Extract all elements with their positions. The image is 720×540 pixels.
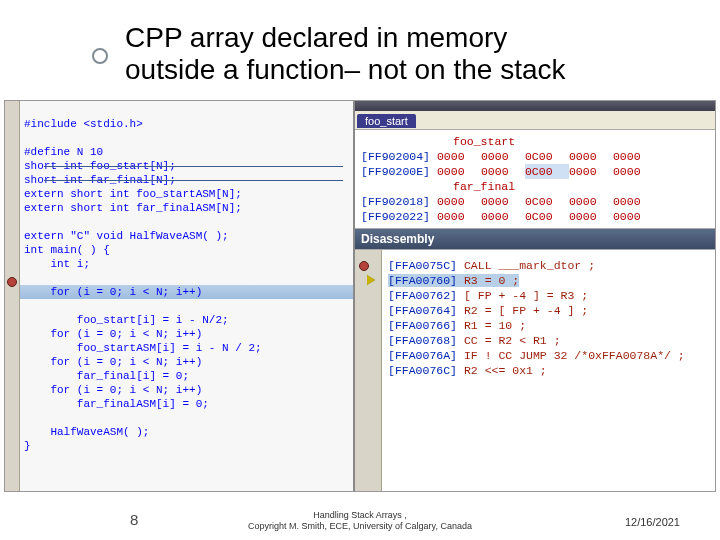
code-line: extern "C" void HalfWaveASM( );	[24, 230, 229, 242]
memory-row: [FF902022] 000000000C0000000000	[361, 209, 709, 224]
breakpoint-icon[interactable]	[7, 277, 17, 287]
memory-addr: [FF902022]	[361, 210, 430, 223]
code-line: for (i = 0; i < N; i++)	[24, 384, 202, 396]
source-editor[interactable]: #include <stdio.h> #define N 10 short in…	[20, 101, 354, 491]
memory-val: 0000	[569, 164, 613, 179]
disasm-line: [FFA00766] R1 = 10 ;	[388, 319, 526, 332]
memory-val: 0000	[481, 164, 525, 179]
memory-val: 0C00	[525, 194, 569, 209]
footer-date: 12/16/2021	[625, 516, 680, 528]
code-line: int main( ) {	[24, 244, 110, 256]
breakpoint-icon[interactable]	[359, 261, 369, 271]
code-line: }	[24, 440, 31, 452]
memory-val: 0000	[481, 149, 525, 164]
memory-tab[interactable]: foo_start	[357, 114, 416, 128]
memory-row: [FF90200E] 000000000C0000000000	[361, 164, 709, 179]
code-line: far_final[i] = 0;	[24, 370, 189, 382]
footer-line-1: Handling Stack Arrays ,	[313, 510, 407, 520]
code-line: for (i = 0; i < N; i++)	[24, 328, 202, 340]
memory-val: 0000	[437, 194, 481, 209]
page-number: 8	[130, 511, 138, 528]
underline-1	[44, 166, 343, 167]
memory-val: 0000	[613, 209, 657, 224]
disassembly-titlebar: Disassembly	[355, 229, 715, 249]
disasm-line: [FFA0076A] IF ! CC JUMP 32 /*0xFFA0078A*…	[388, 349, 685, 362]
memory-val-selected: 0C00	[525, 164, 569, 179]
code-line: HalfWaveASM( );	[24, 426, 149, 438]
memory-panel-titlebar	[355, 101, 715, 111]
underline-2	[44, 180, 343, 181]
code-line: int i;	[24, 258, 90, 270]
code-gutter	[5, 101, 20, 491]
memory-tab-bar: foo_start	[355, 111, 715, 129]
memory-row: [FF902004] 000000000C0000000000	[361, 149, 709, 164]
disasm-line: [FFA00762] [ FP + -4 ] = R3 ;	[388, 289, 588, 302]
memory-val: 0000	[569, 194, 613, 209]
memory-val: 0C00	[525, 149, 569, 164]
memory-val: 0000	[569, 209, 613, 224]
current-pc-arrow-icon	[367, 275, 375, 285]
title-line-1: CPP array declared in memory	[125, 22, 507, 53]
slide-title: CPP array declared in memory outside a f…	[125, 22, 566, 86]
code-line-current: for (i = 0; i < N; i++)	[20, 285, 353, 299]
code-line: foo_startASM[i] = i - N / 2;	[24, 342, 262, 354]
disasm-line: [FFA00764] R2 = [ FP + -4 ] ;	[388, 304, 588, 317]
disasm-line: [FFA00768] CC = R2 < R1 ;	[388, 334, 561, 347]
memory-symbol-label: far_final	[453, 180, 515, 193]
code-line: foo_start[i] = i - N/2;	[24, 314, 229, 326]
title-bullet	[92, 48, 108, 64]
memory-val: 0000	[613, 149, 657, 164]
memory-addr: [FF90200E]	[361, 165, 430, 178]
disassembly-view[interactable]: [FFA0075C] CALL ___mark_dtor ; [FFA00760…	[355, 249, 715, 491]
memory-val: 0000	[613, 164, 657, 179]
title-line-2: outside a function– not on the stack	[125, 54, 566, 85]
memory-val: 0C00	[525, 209, 569, 224]
disasm-line: [FFA0075C] CALL ___mark_dtor ;	[388, 259, 595, 272]
memory-val: 0000	[437, 209, 481, 224]
disasm-line-current: [FFA00760] R3 = 0 ;	[388, 274, 519, 287]
memory-row: [FF902018] 000000000C0000000000	[361, 194, 709, 209]
disasm-line: [FFA0076C] R2 <<= 0x1 ;	[388, 364, 547, 377]
memory-addr: [FF902018]	[361, 195, 430, 208]
right-column: foo_start foo_start [FF902004] 000000000…	[354, 101, 715, 491]
ide-screenshot: #include <stdio.h> #define N 10 short in…	[4, 100, 716, 492]
code-line: extern short int foo_startASM[N];	[24, 188, 242, 200]
memory-addr: [FF902004]	[361, 150, 430, 163]
code-line: #define N 10	[24, 146, 103, 158]
slide: CPP array declared in memory outside a f…	[0, 0, 720, 540]
code-line: far_finalASM[i] = 0;	[24, 398, 209, 410]
code-line: for (i = 0; i < N; i++)	[24, 356, 202, 368]
code-line: extern short int far_finalASM[N];	[24, 202, 242, 214]
slide-footer: 8 Handling Stack Arrays , Copyright M. S…	[0, 502, 720, 532]
memory-val: 0000	[481, 194, 525, 209]
memory-val: 0000	[613, 194, 657, 209]
disasm-gutter	[355, 250, 382, 491]
footer-caption: Handling Stack Arrays , Copyright M. Smi…	[248, 510, 472, 532]
memory-val: 0000	[437, 149, 481, 164]
memory-val: 0000	[437, 164, 481, 179]
memory-val: 0000	[481, 209, 525, 224]
memory-view[interactable]: foo_start [FF902004] 000000000C000000000…	[355, 129, 715, 229]
memory-symbol-label: foo_start	[453, 135, 515, 148]
code-line: #include <stdio.h>	[24, 118, 143, 130]
disasm-lines: [FFA0075C] CALL ___mark_dtor ; [FFA00760…	[382, 250, 715, 491]
footer-line-2: Copyright M. Smith, ECE, University of C…	[248, 521, 472, 531]
memory-val: 0000	[569, 149, 613, 164]
